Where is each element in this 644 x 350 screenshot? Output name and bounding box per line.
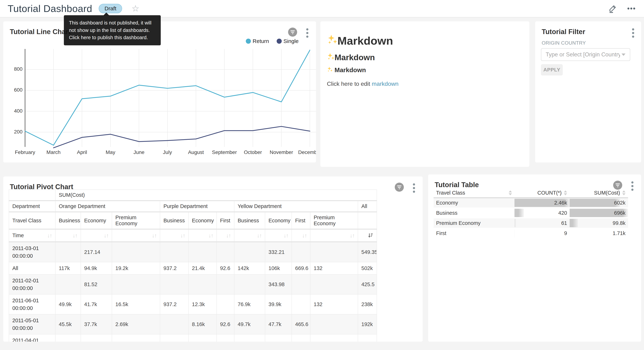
count-value: 9 (564, 230, 567, 236)
pivot-table-row: 2011-05-01 00:00:0045.5k37.7k2.69k8.16k9… (9, 314, 377, 334)
pivot-all-header: All (358, 201, 377, 212)
sort-toggle-icon[interactable]: ↓↑ (180, 232, 185, 239)
favorite-star-icon[interactable]: ☆ (132, 4, 139, 13)
pivot-value-cell: 41.7k (81, 294, 112, 314)
travel-class-cell: Economy (434, 198, 514, 208)
filter-menu-kebab-icon[interactable] (632, 28, 634, 39)
pivot-value-cell: 2.69k (112, 314, 160, 334)
filter-scope-icon[interactable] (395, 182, 404, 192)
pivot-value-cell: 92.6 (216, 314, 234, 334)
pivot-value-cell: 937.2 (160, 262, 188, 274)
edit-pencil-icon[interactable] (608, 4, 617, 13)
count-cell: 2.46k (514, 198, 570, 208)
pivot-value-cell (216, 274, 234, 294)
pivot-value-cell (310, 274, 358, 294)
pivot-table-row: 2011-06-01 00:00:0049.9k41.7k16.5k937.21… (9, 294, 377, 314)
sparkles-icon (327, 66, 333, 74)
pivot-value-cell (188, 242, 216, 262)
tutorial-table: Travel ClassCOUNT(*)SUM(Cost)Economy2.46… (434, 188, 628, 239)
count-bar (514, 229, 515, 238)
pivot-value-cell (160, 274, 188, 294)
sort-caret-icon[interactable] (622, 190, 626, 195)
sparkles-icon (327, 34, 338, 47)
sort-toggle-icon[interactable]: ↓↑ (104, 232, 108, 239)
pivot-value-cell: 39.9k (265, 294, 292, 314)
count-bar (514, 219, 516, 227)
sort-toggle-icon[interactable]: ↓↑ (47, 232, 52, 239)
pivot-value-cell (160, 314, 188, 334)
sum-bar (570, 199, 620, 207)
origin-country-select[interactable]: Type or Select [Origin Country] (541, 48, 630, 61)
chevron-down-icon (622, 54, 626, 56)
pivot-value-cell: 502k (358, 262, 377, 274)
pivot-value-cell: 425.5 (358, 274, 377, 294)
table-card: Tutorial Table Travel ClassCOUNT(*)SUM(C… (428, 174, 641, 342)
filter-card-title: Tutorial Filter (542, 28, 585, 36)
pivot-col-header: Economy (265, 212, 292, 229)
pivot-value-cell: 117k (55, 262, 81, 274)
table-col-header-travel-class[interactable]: Travel Class (434, 188, 514, 198)
pivot-row-header: 2011-04-01 00:00:00 (9, 334, 55, 342)
pivot-value-cell: 8.16k (188, 314, 216, 334)
sort-caret-icon[interactable] (509, 190, 512, 195)
pivot-value-cell: 238k (358, 294, 377, 314)
y-tick-label: 200 (4, 129, 22, 135)
count-value: 420 (558, 210, 567, 216)
sort-descending-icon[interactable] (367, 232, 373, 239)
pivot-value-cell: 17.3k (265, 334, 292, 342)
travel-class-cell: First (434, 228, 514, 238)
pivot-sort-cell: ↓↑ (265, 229, 292, 242)
count-value: 2.46k (554, 200, 567, 206)
sort-toggle-icon[interactable]: ↓↑ (302, 232, 307, 239)
sort-toggle-icon[interactable]: ↓↑ (208, 232, 213, 239)
col-header-label: Travel Class (436, 190, 465, 196)
pivot-sort-cell: ↓↑ (55, 229, 81, 242)
pivot-corner-cell (9, 190, 55, 201)
pivot-row-header: 2011-05-01 00:00:00 (9, 314, 55, 334)
chart-menu-kebab-icon[interactable] (412, 183, 416, 194)
sort-toggle-icon[interactable]: ↓↑ (284, 232, 288, 239)
sort-toggle-icon[interactable]: ↓↑ (350, 232, 354, 239)
sort-toggle-icon[interactable]: ↓↑ (226, 232, 231, 239)
table-col-header-count-[interactable]: COUNT(*) (514, 188, 570, 198)
apply-button[interactable]: APPLY (541, 64, 563, 76)
pivot-table-row: All117k94.9k19.2k937.221.4k92.6142k106k6… (9, 262, 377, 274)
pivot-col-header (358, 212, 377, 229)
table-row: Economy2.46k602k (434, 198, 628, 208)
pivot-value-cell (160, 242, 188, 262)
y-tick-label: 800 (4, 66, 22, 72)
pivot-value-cell (160, 334, 188, 342)
pivot-value-cell (292, 294, 310, 314)
sum-cell: 696k (570, 208, 628, 218)
chart-menu-kebab-icon[interactable] (631, 181, 634, 192)
sort-caret-icon[interactable] (564, 190, 567, 195)
pivot-sort-cell: ↓↑ (160, 229, 188, 242)
pivot-value-cell: 15.9k (234, 334, 265, 342)
more-menu-icon[interactable] (626, 4, 636, 13)
pivot-value-cell (112, 274, 160, 294)
pivot-value-cell (292, 274, 310, 294)
pivot-value-cell (292, 242, 310, 262)
tooltip-text: This dashboard is not published, it will… (69, 20, 152, 40)
pivot-col-header: Business (234, 212, 265, 229)
pivot-value-cell (310, 242, 358, 262)
pivot-value-cell: 21.4k (188, 262, 216, 274)
pivot-time-header: Time↓↑ (9, 229, 55, 242)
edit-markdown-link[interactable]: markdown (372, 80, 398, 87)
sum-value: 602k (614, 200, 626, 206)
pivot-value-cell (216, 242, 234, 262)
pivot-value-cell (234, 242, 265, 262)
pivot-value-cell: 49.9k (55, 294, 81, 314)
pivot-col-header: Economy (81, 212, 112, 229)
pivot-value-cell: 106k (265, 262, 292, 274)
sort-toggle-icon[interactable]: ↓↑ (152, 232, 156, 239)
sort-toggle-icon[interactable]: ↓↑ (72, 232, 77, 239)
pivot-value-cell: 937.2 (160, 294, 188, 314)
draft-badge[interactable]: Draft (99, 4, 122, 13)
table-col-header-sum-cost-[interactable]: SUM(Cost) (570, 188, 628, 198)
pivot-value-cell: 132 (310, 294, 358, 314)
pivot-sort-cell: ↓↑ (81, 229, 112, 242)
sort-toggle-icon[interactable]: ↓↑ (257, 232, 262, 239)
y-tick-label: 600 (4, 87, 22, 93)
markdown-body: Click here to edit markdown (327, 80, 398, 87)
